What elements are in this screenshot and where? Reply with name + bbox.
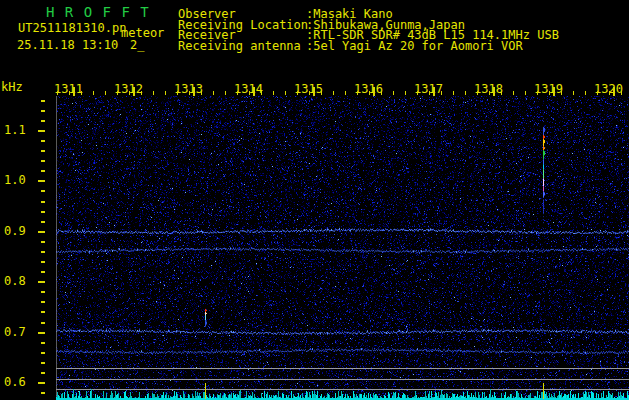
meta-field-value: :5el Yagi Az 20 for Aomori VOR [306,39,523,53]
hrofft-screen: H R O F F T UT2511181310.pn meteor 25.11… [0,0,629,400]
meta-field-label: Receiving antenna [178,39,301,53]
x-minor-tick [105,91,106,95]
y-tick-left [41,170,45,172]
x-minor-tick [537,91,538,95]
x-minor-tick [129,91,130,95]
x-minor-tick [369,91,370,95]
y-tick-left [41,241,45,243]
y-tick-left [38,382,45,384]
app-title: H R O F F T [46,4,150,20]
x-minor-tick [189,91,190,95]
capture-datetime: 25.11.18 13:10 [17,38,118,52]
y-tick-left [41,160,45,162]
x-minor-tick [141,91,142,95]
x-minor-tick [81,91,82,95]
x-minor-tick [201,91,202,95]
y-tick-left [41,392,45,394]
x-minor-tick [357,91,358,95]
y-tick-left [38,332,45,334]
y-axis-tick-label: 0.7 [4,325,34,339]
y-tick-left [41,100,45,102]
y-axis-tick-label: 0.6 [4,375,34,389]
x-minor-tick [69,91,70,95]
x-minor-tick [405,91,406,95]
y-tick-left [41,322,45,324]
x-minor-tick [417,91,418,95]
x-minor-tick [501,91,502,95]
x-minor-tick [165,91,166,95]
x-minor-tick [273,91,274,95]
y-tick-left [41,291,45,293]
x-minor-tick [177,91,178,95]
x-minor-tick [285,91,286,95]
x-minor-tick [261,91,262,95]
y-tick-left [38,130,45,132]
y-tick-left [41,120,45,122]
x-minor-tick [525,91,526,95]
y-tick-left [41,362,45,364]
y-tick-left [41,190,45,192]
y-axis-unit-label: kHz [1,80,23,94]
x-minor-tick [321,91,322,95]
x-minor-tick [441,91,442,95]
x-minor-tick [429,91,430,95]
x-minor-tick [309,91,310,95]
echo-counter: 2_ [130,38,144,52]
x-minor-tick [489,91,490,95]
y-axis-tick-label: 0.9 [4,224,34,238]
x-minor-tick [585,91,586,95]
y-tick-left [41,271,45,273]
x-minor-tick [513,91,514,95]
y-tick-left [41,352,45,354]
x-minor-tick [297,91,298,95]
x-minor-tick [237,91,238,95]
x-minor-tick [597,91,598,95]
y-tick-left [41,311,45,313]
y-tick-left [41,261,45,263]
x-minor-tick [345,91,346,95]
x-minor-tick [549,91,550,95]
y-tick-left [38,180,45,182]
x-minor-tick [477,91,478,95]
x-minor-tick [249,91,250,95]
y-tick-left [41,372,45,374]
x-minor-tick [333,91,334,95]
x-minor-tick [609,91,610,95]
x-minor-tick [381,91,382,95]
y-tick-left [41,201,45,203]
y-tick-left [38,281,45,283]
y-tick-left [41,211,45,213]
y-tick-left [41,110,45,112]
x-minor-tick [453,91,454,95]
capture-filename: UT2511181310.pn [18,21,126,35]
x-minor-tick [561,91,562,95]
x-minor-tick [213,91,214,95]
y-tick-left [41,251,45,253]
y-axis-tick-label: 0.8 [4,274,34,288]
y-tick-left [41,301,45,303]
x-minor-tick [153,91,154,95]
x-minor-tick [393,91,394,95]
x-minor-tick [621,91,622,95]
x-minor-tick [57,91,58,95]
y-axis-tick-label: 1.1 [4,123,34,137]
y-tick-left [41,221,45,223]
y-tick-left [41,342,45,344]
x-minor-tick [465,91,466,95]
x-minor-tick [117,91,118,95]
spectrogram-canvas [56,96,629,400]
y-tick-left [41,140,45,142]
x-minor-tick [225,91,226,95]
x-minor-tick [93,91,94,95]
y-tick-left [41,150,45,152]
y-axis-tick-label: 1.0 [4,173,34,187]
y-tick-left [38,231,45,233]
x-minor-tick [573,91,574,95]
